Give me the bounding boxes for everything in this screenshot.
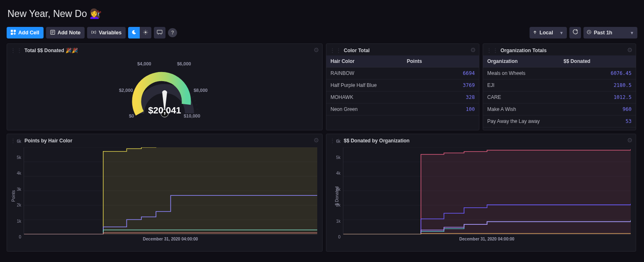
org-totals-table: Organization $$ Donated Meals on Wheels6… — [483, 55, 636, 127]
refresh-target-dropdown[interactable]: Local ▼ — [530, 27, 567, 38]
refresh-icon — [573, 29, 578, 36]
svg-line-15 — [144, 34, 144, 34]
table-row[interactable]: Meals on Wheels6076.45 — [483, 67, 636, 79]
cell-org-totals: ⋮⋮Organization Totals ⚙ Organization $$ … — [483, 43, 636, 130]
light-mode-button[interactable] — [140, 27, 151, 38]
add-note-label: Add Note — [58, 30, 81, 36]
presentation-icon — [157, 30, 163, 36]
table-row[interactable]: EJI2180.5 — [483, 79, 636, 91]
upload-icon — [533, 30, 537, 36]
gauge-tick-6k: $6,000 — [177, 61, 191, 66]
col-hair-color[interactable]: Hair Color — [326, 55, 403, 67]
gear-icon[interactable]: ⚙ — [313, 137, 319, 144]
cell-title: Organization Totals — [501, 48, 547, 53]
drag-handle-icon[interactable]: ⋮⋮ — [486, 47, 499, 53]
theme-toggle — [128, 27, 151, 38]
col-organization[interactable]: Organization — [483, 55, 559, 67]
gear-icon[interactable]: ⚙ — [627, 137, 632, 144]
cell-color-total: ⋮⋮Color Total ⚙ Hair Color Points RAINBO… — [326, 43, 479, 130]
time-range-label: Past 1h — [594, 30, 612, 36]
svg-line-14 — [147, 31, 147, 31]
cell-title: Points by Hair Color — [24, 138, 72, 144]
variables-label: Variables — [99, 30, 122, 36]
add-cell-button[interactable]: Add Cell — [7, 27, 44, 38]
cell-donated-by-org: ⋮⋮$$ Donated by Organization ⚙ $ Donated… — [326, 134, 636, 252]
variables-icon — [91, 30, 96, 36]
page-title: New Year, New Do 💇‍♀️ — [7, 8, 637, 19]
svg-line-13 — [147, 34, 147, 34]
table-row[interactable]: RAINBOW6694 — [326, 67, 479, 79]
svg-rect-16 — [157, 30, 162, 34]
variables-button[interactable]: Variables — [87, 27, 126, 38]
gauge-tick-4k: $4,000 — [137, 61, 151, 66]
svg-rect-2 — [11, 33, 13, 35]
table-row[interactable]: MOHAWK328 — [326, 91, 479, 103]
table-row[interactable]: Make A Wish960 — [483, 103, 636, 115]
sun-icon — [143, 30, 148, 36]
table-row[interactable]: Neon Green100 — [326, 103, 479, 115]
gauge-value: $20,041 — [111, 105, 219, 116]
add-note-button[interactable]: Add Note — [46, 27, 85, 38]
chevron-down-icon: ▼ — [630, 31, 634, 35]
svg-line-40 — [191, 96, 194, 98]
color-total-table: Hair Color Points RAINBOW6694Half Purple… — [326, 55, 479, 115]
svg-line-39 — [190, 93, 192, 94]
moon-icon — [131, 30, 136, 36]
x-axis-label: December 31, 2020 04:00:00 — [24, 237, 317, 241]
svg-line-12 — [144, 31, 144, 31]
table-row[interactable]: Pay Away the Lay away53 — [483, 115, 636, 127]
gauge-tick-8k: $8,000 — [194, 88, 208, 93]
plot-area[interactable] — [343, 147, 631, 235]
note-icon — [50, 30, 55, 36]
table-row[interactable]: CARE1012.5 — [483, 91, 636, 103]
drag-handle-icon[interactable]: ⋮⋮ — [330, 47, 342, 53]
cell-total-donated: ⋮⋮Total $$ Donated 🎉🎉 ⚙ — [7, 43, 323, 130]
col-points[interactable]: Points — [403, 55, 479, 67]
cell-title: $$ Donated by Organization — [344, 138, 410, 144]
cell-title: Color Total — [344, 48, 369, 53]
cell-points-by-color: ⋮⋮Points by Hair Color ⚙ Points 01k2k3k4… — [7, 134, 323, 252]
time-range-dropdown[interactable]: Past 1h ▼ — [583, 27, 637, 38]
x-axis-label: December 31, 2020 04:00:00 — [343, 237, 631, 241]
svg-rect-0 — [11, 30, 13, 32]
gear-icon[interactable]: ⚙ — [313, 46, 319, 54]
col-donated[interactable]: $$ Donated — [559, 55, 636, 67]
gauge: $0 $2,000 $4,000 $6,000 $8,000 $10,000 $… — [111, 55, 219, 126]
presentation-mode-button[interactable] — [154, 27, 165, 38]
drag-handle-icon[interactable]: ⋮⋮ — [10, 47, 23, 53]
refresh-target-label: Local — [540, 30, 553, 36]
help-button[interactable]: ? — [168, 28, 177, 37]
refresh-button[interactable] — [569, 27, 581, 38]
add-cell-label: Add Cell — [18, 30, 39, 36]
table-row[interactable]: Half Purple Half Blue3769 — [326, 79, 479, 91]
gear-icon[interactable]: ⚙ — [627, 46, 632, 54]
chevron-down-icon: ▼ — [559, 31, 564, 35]
gear-icon[interactable]: ⚙ — [470, 46, 476, 54]
toolbar: Add Cell Add Note Variables — [7, 27, 637, 38]
gauge-tick-2k: $2,000 — [119, 88, 133, 93]
svg-rect-1 — [14, 30, 16, 32]
clock-icon — [587, 30, 591, 36]
dark-mode-button[interactable] — [128, 27, 140, 38]
plot-area[interactable] — [24, 147, 317, 235]
svg-point-7 — [145, 31, 147, 33]
svg-line-41 — [194, 101, 196, 101]
cell-title: Total $$ Donated 🎉🎉 — [24, 48, 78, 53]
add-cell-icon — [11, 30, 16, 36]
